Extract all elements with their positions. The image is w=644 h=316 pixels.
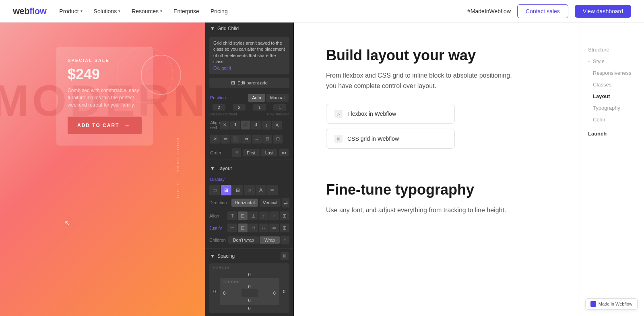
justify-buttons: ⊢ ⊟ ⊣ ↔ ⇔ ⊞ — [227, 224, 289, 232]
align-x-btn[interactable]: ✕ — [220, 121, 229, 129]
docs-section1-text: From flexbox and CSS grid to inline bloc… — [326, 70, 519, 91]
view-dashboard-button[interactable]: View dashboard — [575, 5, 631, 18]
sidebar-item-launch[interactable]: Launch — [588, 131, 636, 137]
align-x2-btn[interactable]: ✕ — [210, 135, 220, 144]
padding-right-value[interactable]: 0 — [272, 290, 277, 296]
margin-right-value[interactable]: 0 — [281, 288, 288, 295]
layout-header[interactable]: ▼ Layout — [205, 162, 293, 174]
direction-horizontal-button[interactable]: Horizontal — [231, 199, 258, 207]
align-self-row: Align self ✕ ⬆ ⬛ ⬇ ↕ A — [205, 118, 293, 132]
sidebar-item-structure[interactable]: Structure — [588, 47, 636, 53]
margin-top-value[interactable]: 0 — [211, 271, 288, 278]
order-more-button[interactable]: ••• — [279, 149, 289, 156]
spacing-toggle[interactable]: ▼ Spacing — [210, 253, 235, 259]
padding-top-value[interactable]: 0 — [221, 284, 277, 289]
nav-logo[interactable]: webflow — [13, 6, 46, 16]
direction-swap-button[interactable]: ⇄ — [282, 198, 289, 207]
position-manual-button[interactable]: Manual — [266, 94, 289, 102]
display-inline-btn[interactable]: ▱ — [244, 185, 255, 195]
margin-bottom-value[interactable]: 0 — [211, 305, 288, 312]
sidebar-item-typography[interactable]: Typography — [588, 105, 636, 111]
align-end-h-btn[interactable]: ⊥ — [248, 211, 258, 220]
display-text-btn[interactable]: A — [256, 185, 266, 195]
spacing-expand-button[interactable]: ⊞ — [281, 252, 289, 260]
nav-link-pricing[interactable]: Pricing — [211, 8, 228, 14]
row-start-input[interactable]: 1 — [253, 104, 266, 111]
sidebar-item-layout[interactable]: Layout — [588, 93, 636, 99]
nav-link-product[interactable]: Product ▾ — [59, 8, 82, 14]
direction-vertical-button[interactable]: Vertical — [260, 199, 281, 207]
align-left-btn[interactable]: ⬅ — [221, 135, 230, 144]
order-row: Order ✕ First Last ••• — [205, 146, 293, 160]
align-baseline-btn[interactable]: A — [272, 121, 282, 129]
col-start-input[interactable]: 2 — [213, 104, 225, 111]
align-right-btn[interactable]: ➡ — [242, 135, 251, 144]
display-flex-btn[interactable]: ⊞ — [221, 185, 232, 195]
display-block-btn[interactable]: ▭ — [209, 185, 220, 195]
sidebar-item-responsiveness[interactable]: Responsiveness — [588, 70, 636, 76]
align-hstretch-btn[interactable]: ↔ — [252, 135, 262, 144]
align-extra-btn[interactable]: ⊞ — [273, 135, 283, 144]
nav-link-enterprise[interactable]: Enterprise — [173, 8, 199, 14]
row-start-group: 1 — [250, 104, 269, 111]
made-in-webflow-badge[interactable]: Made in Webflow — [585, 298, 638, 310]
sidebar-item-classes[interactable]: Classes — [588, 82, 636, 88]
align-bottom-btn[interactable]: ⬇ — [251, 121, 261, 129]
children-row: Children Don't wrap Wrap + — [205, 234, 293, 246]
col-end-input[interactable]: 2 — [233, 104, 246, 111]
order-first-button[interactable]: First — [243, 149, 259, 156]
order-last-button[interactable]: Last — [261, 149, 278, 156]
display-row: Display — [205, 174, 293, 184]
chevron-down-icon: ▾ — [118, 9, 120, 13]
justify-end-btn[interactable]: ⊣ — [248, 224, 258, 232]
align-self-buttons: ✕ ⬆ ⬛ ⬇ ↕ A — [220, 121, 294, 129]
display-grid-btn[interactable]: ⊟ — [232, 185, 243, 195]
justify-evenly-btn[interactable]: ⊞ — [280, 224, 289, 232]
justify-center-btn[interactable]: ⊟ — [238, 224, 248, 232]
justify-label: Justify — [209, 226, 222, 230]
flexbox-link-card[interactable]: ▷ Flexbox in Webflow — [326, 104, 455, 124]
align-hcenter-btn[interactable]: ⬛ — [231, 135, 241, 144]
justify-around-btn[interactable]: ⇔ — [269, 224, 279, 232]
nav-link-solutions[interactable]: Solutions ▾ — [94, 8, 121, 14]
wrap-button[interactable]: Wrap — [260, 236, 280, 244]
docs-section2-title: Fine-tune typography — [326, 181, 547, 198]
align-center-btn[interactable]: ⬛ — [241, 121, 250, 129]
padding-bottom-value[interactable]: 0 — [221, 297, 277, 304]
docs-section2: Fine-tune typography Use any font, and a… — [326, 181, 547, 215]
position-toggle-group: Auto Manual — [248, 94, 289, 102]
display-none-btn[interactable]: ✏ — [267, 185, 278, 195]
edit-parent-grid-button[interactable]: ⊞ Edit parent grid — [209, 78, 289, 88]
row-end-input[interactable]: 1 — [273, 104, 286, 111]
align-end-btn[interactable]: ⊡ — [262, 135, 272, 144]
justify-start-btn[interactable]: ⊢ — [227, 224, 237, 232]
contact-sales-button[interactable]: Contact sales — [517, 4, 568, 18]
navbar-right: #MadeInWebflow Contact sales View dashbo… — [467, 4, 631, 18]
ok-got-it-link[interactable]: Ok, got it — [213, 66, 231, 70]
sidebar-item-style[interactable]: - Style — [588, 58, 636, 64]
align-top-btn[interactable]: ⬆ — [230, 121, 240, 129]
no-wrap-button[interactable]: Don't wrap — [228, 236, 259, 244]
wrap-more-button[interactable]: + — [281, 236, 289, 244]
nav-link-resources[interactable]: Resources ▾ — [132, 8, 162, 14]
position-auto-button[interactable]: Auto — [248, 94, 265, 102]
align-stretch-h-btn[interactable]: ↕ — [259, 211, 268, 220]
sidebar-item-color[interactable]: Color — [588, 117, 636, 123]
css-grid-link-card[interactable]: ⊞ CSS grid in Webflow — [326, 129, 455, 149]
direction-row: Direction Horizontal Vertical ⇄ — [205, 195, 293, 210]
order-clear-button[interactable]: ✕ — [232, 148, 241, 157]
align-stretch-btn[interactable]: ↕ — [262, 121, 271, 129]
justify-between-btn[interactable]: ↔ — [259, 224, 268, 232]
padding-left-value[interactable]: 0 — [221, 290, 227, 296]
align-center-h-btn[interactable]: ⊟ — [238, 211, 248, 220]
collapse-arrow-icon: ▼ — [210, 26, 215, 31]
layout-collapse-icon: ▼ — [210, 166, 215, 171]
grid-child-header[interactable]: ▼ Grid Child — [205, 23, 293, 35]
add-to-cart-button[interactable]: ADD TO CART → — [68, 117, 142, 134]
align-baseline-h-btn[interactable]: ≡ — [269, 211, 279, 220]
align-self-row2: ✕ ⬅ ⬛ ➡ ↔ ⊡ ⊞ — [205, 132, 293, 146]
align-extra-h-btn[interactable]: ⊞ — [280, 211, 289, 220]
align-start-btn[interactable]: ⊤ — [227, 211, 237, 220]
margin-left-value[interactable]: 0 — [211, 288, 218, 295]
nav-hashtag[interactable]: #MadeInWebflow — [467, 8, 511, 14]
